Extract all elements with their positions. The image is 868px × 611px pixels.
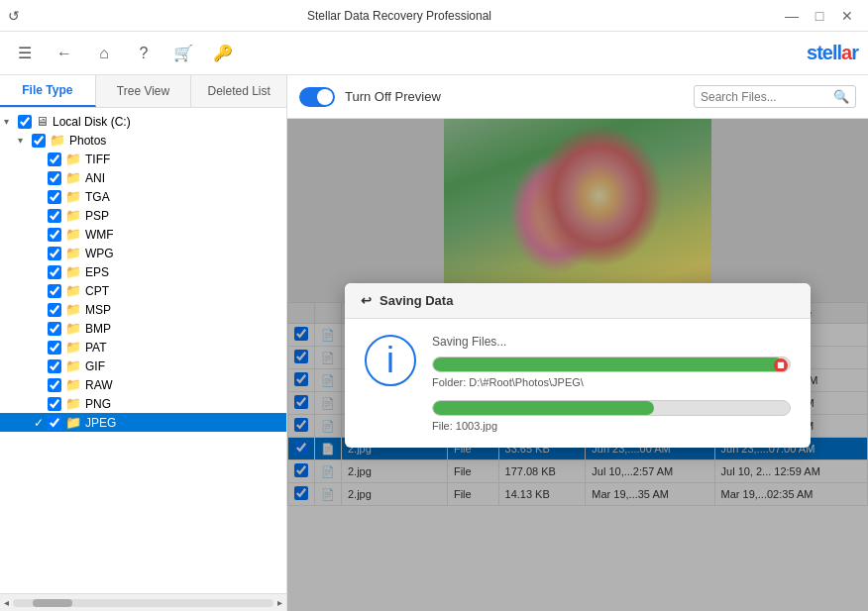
tree-item-pat[interactable]: 📁 PAT: [0, 338, 286, 356]
tab-file-type[interactable]: File Type: [0, 75, 96, 107]
hdd-icon: 🖥: [36, 114, 49, 129]
chevron-down-icon: ▾: [18, 135, 32, 146]
dialog-body: i Saving Files... ⏹ Folder: D:\#Root\Pho…: [345, 319, 811, 448]
psp-checkbox[interactable]: [48, 209, 61, 223]
home-button[interactable]: ⌂: [89, 39, 119, 68]
tree-item-wpg[interactable]: 📁 WPG: [0, 244, 286, 262]
main-layout: File Type Tree View Deleted List ▾ 🖥 Loc…: [0, 75, 868, 611]
folder-icon: 📁: [65, 358, 81, 373]
folder-icon: 📁: [50, 133, 65, 148]
scroll-left-icon[interactable]: ◂: [4, 597, 9, 608]
file-tree: ▾ 🖥 Local Disk (C:) ▾ 📁 Photos 📁 TIFF: [0, 108, 286, 593]
gif-checkbox[interactable]: [48, 359, 61, 373]
tree-item-wmf[interactable]: 📁 WMF: [0, 225, 286, 244]
folder-icon: 📁: [65, 321, 81, 336]
tiff-checkbox[interactable]: [48, 153, 61, 166]
wmf-label: WMF: [85, 228, 114, 242]
tree-item-png[interactable]: 📁 PNG: [0, 394, 286, 413]
cart-button[interactable]: 🛒: [168, 39, 198, 68]
folder-icon: 📁: [65, 264, 81, 279]
tga-checkbox[interactable]: [48, 190, 61, 204]
tree-item-localdisk[interactable]: ▾ 🖥 Local Disk (C:): [0, 112, 286, 131]
bmp-label: BMP: [85, 322, 111, 336]
close-button[interactable]: ✕: [834, 6, 860, 26]
folder-icon: 📁: [65, 152, 81, 166]
dialog-overlay: ↩ Saving Data i Saving Files... ⏹ Folder…: [287, 119, 868, 611]
wpg-checkbox[interactable]: [48, 247, 61, 260]
tree-item-cpt[interactable]: 📁 CPT: [0, 281, 286, 300]
tab-bar: File Type Tree View Deleted List: [0, 75, 286, 108]
main-content: ↩ Saving Data i Saving Files... ⏹ Folder…: [287, 119, 868, 611]
dialog-content: Saving Files... ⏹ Folder: D:\#Root\Photo…: [432, 335, 791, 432]
tree-item-gif[interactable]: 📁 GIF: [0, 356, 286, 375]
toolbar: ☰ ← ⌂ ? 🛒 🔑 stellar: [0, 32, 868, 75]
title-bar: ↺ Stellar Data Recovery Professional — □…: [0, 0, 868, 32]
tree-item-photos[interactable]: ▾ 📁 Photos: [0, 131, 286, 150]
toggle-label: Turn Off Preview: [345, 89, 441, 104]
file-label: File: 1003.jpg: [432, 420, 791, 432]
folder-icon: 📁: [65, 415, 81, 430]
help-button[interactable]: ?: [129, 39, 159, 68]
right-panel: Turn Off Preview 🔍 ↩ Saving Data i: [287, 75, 868, 611]
raw-label: RAW: [85, 378, 113, 392]
raw-checkbox[interactable]: [48, 378, 61, 392]
wpg-label: WPG: [85, 247, 114, 260]
search-icon: 🔍: [833, 89, 849, 104]
bmp-checkbox[interactable]: [48, 322, 61, 336]
right-header: Turn Off Preview 🔍: [287, 75, 868, 119]
localdisk-checkbox[interactable]: [18, 115, 32, 129]
window-controls: — □ ✕: [779, 6, 860, 26]
folder-icon: 📁: [65, 170, 81, 185]
folder-icon: 📁: [65, 283, 81, 298]
menu-button[interactable]: ☰: [10, 39, 40, 68]
pat-checkbox[interactable]: [48, 341, 61, 355]
back-button[interactable]: ←: [50, 39, 79, 68]
folder-icon: 📁: [65, 396, 81, 411]
tree-item-bmp[interactable]: 📁 BMP: [0, 319, 286, 338]
saving-dialog: ↩ Saving Data i Saving Files... ⏹ Folder…: [345, 283, 811, 448]
photos-label: Photos: [69, 134, 106, 148]
tree-item-ani[interactable]: 📁 ANI: [0, 168, 286, 187]
preview-toggle[interactable]: [299, 87, 335, 107]
wmf-checkbox[interactable]: [48, 228, 61, 242]
folder-icon: 📁: [65, 302, 81, 317]
tab-deleted-list[interactable]: Deleted List: [191, 75, 286, 107]
jpeg-checkbox[interactable]: [48, 416, 61, 430]
overall-progress-bar: ⏹: [432, 356, 791, 372]
ani-label: ANI: [85, 171, 105, 185]
stop-button[interactable]: ⏹: [774, 358, 788, 372]
tree-item-jpeg[interactable]: ✓ 📁 JPEG: [0, 413, 286, 432]
tree-item-tiff[interactable]: 📁 TIFF: [0, 150, 286, 168]
eps-checkbox[interactable]: [48, 265, 61, 279]
pat-label: PAT: [85, 341, 107, 355]
msp-checkbox[interactable]: [48, 303, 61, 317]
key-button[interactable]: 🔑: [208, 39, 238, 68]
photos-checkbox[interactable]: [32, 134, 46, 148]
tree-item-raw[interactable]: 📁 RAW: [0, 375, 286, 394]
png-checkbox[interactable]: [48, 397, 61, 411]
tree-item-msp[interactable]: 📁 MSP: [0, 300, 286, 319]
gif-label: GIF: [85, 359, 105, 373]
chevron-down-icon: ▾: [4, 116, 18, 127]
maximize-button[interactable]: □: [807, 6, 832, 26]
left-panel: File Type Tree View Deleted List ▾ 🖥 Loc…: [0, 75, 287, 611]
ani-checkbox[interactable]: [48, 171, 61, 185]
scroll-right-icon[interactable]: ▸: [277, 597, 282, 608]
cpt-checkbox[interactable]: [48, 284, 61, 298]
scroll-thumb: [33, 599, 72, 607]
dialog-title-icon: ↩: [361, 293, 372, 308]
tree-item-psp[interactable]: 📁 PSP: [0, 206, 286, 225]
tab-tree-view[interactable]: Tree View: [96, 75, 192, 107]
psp-label: PSP: [85, 209, 109, 223]
folder-icon: 📁: [65, 246, 81, 260]
saving-files-label: Saving Files...: [432, 335, 791, 349]
tree-item-eps[interactable]: 📁 EPS: [0, 262, 286, 281]
search-input[interactable]: [701, 90, 829, 104]
folder-icon: 📁: [65, 340, 81, 355]
scroll-track[interactable]: [13, 599, 273, 607]
png-label: PNG: [85, 397, 111, 411]
tree-item-tga[interactable]: 📁 TGA: [0, 187, 286, 206]
app-icon: ↺: [8, 8, 20, 24]
minimize-button[interactable]: —: [779, 6, 805, 26]
stellar-logo: stellar: [807, 42, 858, 64]
